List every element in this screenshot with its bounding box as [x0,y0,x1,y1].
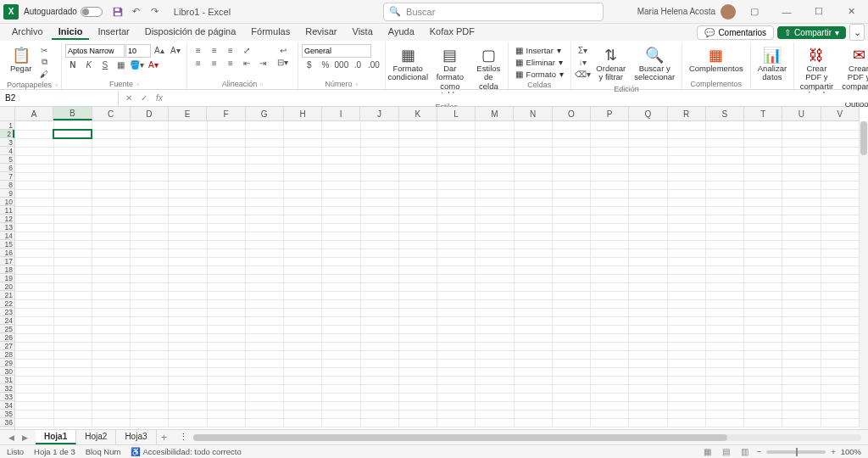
cell[interactable] [705,342,743,350]
number-launcher[interactable]: ▫ [355,81,358,88]
cell[interactable] [207,350,245,359]
cell[interactable] [53,265,92,274]
cell[interactable] [322,410,360,418]
cell[interactable] [360,282,398,291]
cell[interactable] [667,342,705,350]
cell[interactable] [322,198,360,206]
autosave-switch-icon[interactable] [81,7,103,17]
cell[interactable] [92,350,130,359]
cell[interactable] [245,155,283,164]
cell[interactable] [284,282,322,291]
cell[interactable] [360,401,398,410]
cell[interactable] [207,291,245,299]
cell[interactable] [15,121,53,130]
cell[interactable] [514,249,552,257]
cell[interactable] [667,223,705,232]
tab-vista[interactable]: Vista [346,25,380,40]
column-header[interactable]: G [246,107,284,120]
cell[interactable] [591,274,629,282]
cell[interactable] [782,198,821,206]
cell[interactable] [15,333,53,342]
sort-filter-button[interactable]: ⇅Ordenar y filtrar [593,44,630,84]
cell[interactable] [667,232,705,240]
bold-button[interactable]: N [65,59,81,70]
cell[interactable] [552,418,590,427]
cell[interactable] [782,147,821,155]
cell[interactable] [131,359,169,367]
cell[interactable] [667,181,705,189]
cell[interactable] [92,181,130,189]
cell[interactable] [514,282,552,291]
cell[interactable] [667,333,705,342]
row-header[interactable]: 5 [0,155,14,164]
row-header[interactable]: 17 [0,257,14,265]
cell[interactable] [514,189,552,198]
cell[interactable] [398,121,437,130]
cell[interactable] [744,410,782,418]
cell[interactable] [131,401,169,410]
cell[interactable] [322,418,360,427]
share-button[interactable]: ⇧ Compartir ▾ [777,26,846,39]
cell[interactable] [629,138,667,147]
cell[interactable] [821,282,859,291]
row-header[interactable]: 28 [0,350,14,359]
cell[interactable] [360,223,398,232]
cell[interactable] [629,342,667,350]
cell[interactable] [476,164,514,172]
cell[interactable] [514,333,552,342]
cell[interactable] [15,299,53,308]
cell[interactable] [629,316,667,325]
cell[interactable] [53,181,92,189]
column-header[interactable]: T [744,107,782,120]
row-header[interactable]: 34 [0,401,14,410]
cell[interactable] [53,418,92,427]
cell[interactable] [667,130,705,138]
cell[interactable] [744,282,782,291]
cell[interactable] [782,130,821,138]
column-header[interactable]: U [782,107,821,120]
cell[interactable] [284,155,322,164]
cell[interactable] [821,155,859,164]
cell[interactable] [437,189,476,198]
cell[interactable] [169,198,207,206]
cell[interactable] [591,367,629,376]
cell[interactable] [398,189,437,198]
cell[interactable] [629,206,667,215]
cell[interactable] [322,350,360,359]
cell[interactable] [131,215,169,223]
cell[interactable] [284,147,322,155]
cell[interactable] [207,316,245,325]
cell[interactable] [514,147,552,155]
cell[interactable] [284,249,322,257]
cell[interactable] [207,172,245,181]
cell[interactable] [398,393,437,401]
row-header[interactable]: 6 [0,164,14,172]
cell[interactable] [782,274,821,282]
cell[interactable] [629,232,667,240]
cell[interactable] [398,147,437,155]
cell[interactable] [782,265,821,274]
cell[interactable] [15,198,53,206]
name-box[interactable] [0,91,119,106]
cell[interactable] [705,198,743,206]
cell[interactable] [207,401,245,410]
cell[interactable] [131,282,169,291]
cell[interactable] [245,265,283,274]
cell[interactable] [705,164,743,172]
cell[interactable] [782,308,821,316]
cell[interactable] [207,393,245,401]
cell[interactable] [591,138,629,147]
cell[interactable] [821,350,859,359]
cell[interactable] [782,223,821,232]
cell[interactable] [284,316,322,325]
row-header[interactable]: 10 [0,198,14,206]
sheet-prev-button[interactable]: ◀ [5,432,17,444]
cell[interactable] [284,359,322,367]
undo-button[interactable]: ↶ [128,3,145,20]
cell[interactable] [53,282,92,291]
cell[interactable] [437,393,476,401]
cell[interactable] [705,147,743,155]
cell[interactable] [245,249,283,257]
cell[interactable] [92,172,130,181]
cell[interactable] [131,376,169,384]
